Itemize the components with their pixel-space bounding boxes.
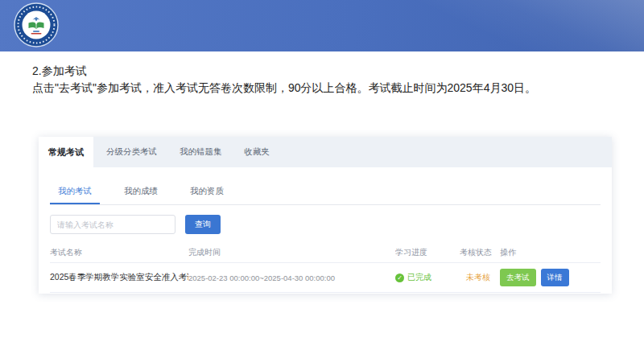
sub-tab-bar: 我的考试 我的成绩 我的资质 <box>50 180 601 205</box>
column-header-assess-status: 考核状态 <box>460 247 500 258</box>
exam-panel: 常规考试 分级分类考试 我的错题集 收藏夹 我的考试 我的成绩 我的资质 查询 … <box>39 137 612 294</box>
slide-canvas: 2.参加考试 点击"去考试"参加考试，准入考试无答卷次数限制，90分以上合格。考… <box>0 0 644 362</box>
query-button[interactable]: 查询 <box>185 215 221 234</box>
subtab-my-scores[interactable]: 我的成绩 <box>116 180 166 204</box>
tab-classified-exam[interactable]: 分级分类考试 <box>97 137 167 167</box>
tab-wrong-questions[interactable]: 我的错题集 <box>170 137 232 167</box>
school-logo-icon <box>14 2 59 47</box>
subtab-my-qualifications[interactable]: 我的资质 <box>182 180 232 204</box>
assess-status-badge: 未考核 <box>460 272 500 283</box>
main-tab-bar: 常规考试 分级分类考试 我的错题集 收藏夹 <box>39 137 612 167</box>
progress-label: 已完成 <box>407 272 431 283</box>
exam-time-range: 2025-02-23 00:00:00~2025-04-30 00:00:00 <box>188 274 395 282</box>
go-to-exam-button[interactable]: 去考试 <box>500 269 536 286</box>
check-circle-icon: ✓ <box>395 274 404 282</box>
exam-name: 2025春季学期教学实验室安全准入考试 <box>50 272 188 283</box>
header-bar <box>0 0 644 51</box>
column-header-finish-time: 完成时间 <box>188 247 395 258</box>
subtab-my-exams[interactable]: 我的考试 <box>50 180 100 204</box>
row-actions: 去考试 详情 <box>500 269 601 286</box>
column-header-progress: 学习进度 <box>395 247 460 258</box>
progress-status: ✓ 已完成 <box>395 272 460 283</box>
table-row: 2025春季学期教学实验室安全准入考试 2025-02-23 00:00:00~… <box>50 263 601 293</box>
instructions: 2.参加考试 点击"去考试"参加考试，准入考试无答卷次数限制，90分以上合格。考… <box>32 63 536 97</box>
detail-button[interactable]: 详情 <box>541 269 569 286</box>
column-header-actions: 操作 <box>500 247 601 258</box>
step-body: 点击"去考试"参加考试，准入考试无答卷次数限制，90分以上合格。考试截止时间为2… <box>32 80 536 97</box>
tab-favorites[interactable]: 收藏夹 <box>235 137 280 167</box>
search-row: 查询 <box>50 215 601 234</box>
table-header-row: 考试名称 完成时间 学习进度 考核状态 操作 <box>50 243 601 263</box>
exam-name-search-input[interactable] <box>50 215 175 234</box>
column-header-exam-name: 考试名称 <box>50 247 188 258</box>
exam-table: 考试名称 完成时间 学习进度 考核状态 操作 2025春季学期教学实验室安全准入… <box>50 243 601 293</box>
step-title: 2.参加考试 <box>32 63 536 80</box>
tab-regular-exam[interactable]: 常规考试 <box>39 137 93 167</box>
